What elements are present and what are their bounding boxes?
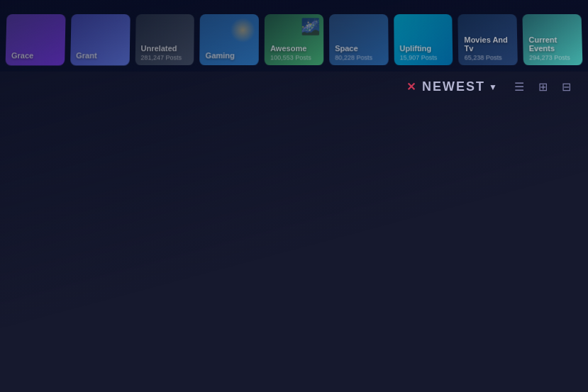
newest-button[interactable]: ✕ NEWEST ▼ [401,77,503,97]
category-current-events[interactable]: Current Events 294,273 Posts [523,14,583,65]
category-space[interactable]: Space 80,228 Posts [329,14,389,65]
grid-view-icon[interactable]: ⊞ [536,77,550,96]
category-movies-tv[interactable]: Movies And Tv 65,238 Posts [458,14,518,65]
background-main [0,71,588,392]
category-grace[interactable]: Grace [6,14,66,65]
category-gaming[interactable]: Gaming [200,14,260,65]
category-unrelated[interactable]: Unrelated 281,247 Posts [135,14,194,65]
close-icon: ✕ [406,80,416,94]
category-grant[interactable]: Grant [70,14,130,65]
category-uplifting[interactable]: Uplifting 15,907 Posts [394,14,453,65]
category-bar: Grace Grant Unrelated 281,247 Posts Gami… [0,0,588,72]
list-view-icon[interactable]: ☰ [511,77,527,96]
category-awesome[interactable]: Awesome 100,553 Posts [265,14,323,65]
newest-label: NEWEST [422,79,485,94]
compact-view-icon[interactable]: ⊟ [559,77,574,96]
toolbar: ✕ NEWEST ▼ ☰ ⊞ ⊟ [401,77,574,97]
chevron-down-icon: ▼ [489,82,497,92]
